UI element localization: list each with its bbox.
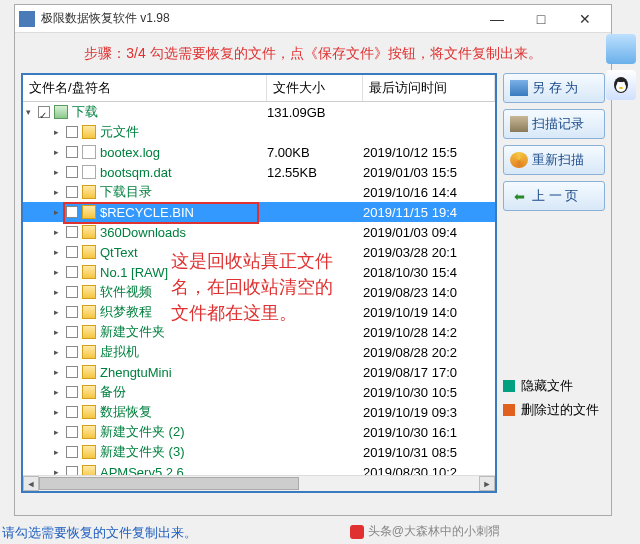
checkbox[interactable] <box>66 346 78 358</box>
expand-icon[interactable]: ▸ <box>51 167 62 178</box>
row-name: 数据恢复 <box>100 403 152 421</box>
row-date: 2019/11/15 19:4 <box>363 205 495 220</box>
expand-icon[interactable]: ▸ <box>51 447 62 458</box>
row-date: 2019/10/31 08:5 <box>363 445 495 460</box>
svg-point-4 <box>619 87 623 89</box>
scroll-right-arrow[interactable]: ► <box>479 476 495 491</box>
checkbox[interactable] <box>66 446 78 458</box>
horizontal-scrollbar[interactable]: ◄ ► <box>23 475 495 491</box>
expand-icon[interactable]: ▸ <box>51 247 62 258</box>
tree-root-row[interactable]: ▾ 下载 131.09GB <box>23 102 495 122</box>
collapse-icon[interactable]: ▾ <box>23 107 34 118</box>
row-name: 新建文件夹 <box>100 323 165 341</box>
tree-row[interactable]: ▸bootex.log7.00KB2019/10/12 15:5 <box>23 142 495 162</box>
row-name: 新建文件夹 (2) <box>100 423 185 441</box>
expand-icon[interactable]: ▸ <box>51 307 62 318</box>
checkbox[interactable] <box>66 246 78 258</box>
float-qq-icon[interactable] <box>606 70 636 100</box>
folder-icon <box>82 305 96 319</box>
checkbox[interactable] <box>66 206 78 218</box>
tree-row[interactable]: ▸bootsqm.dat12.55KB2019/01/03 15:5 <box>23 162 495 182</box>
checkbox[interactable] <box>66 426 78 438</box>
checkbox[interactable] <box>66 406 78 418</box>
checkbox[interactable] <box>66 466 78 475</box>
checkbox[interactable] <box>66 386 78 398</box>
refresh-icon <box>510 152 528 168</box>
expand-icon[interactable]: ▸ <box>51 327 62 338</box>
row-date: 2019/08/23 14:0 <box>363 285 495 300</box>
tree-row[interactable]: ▸虚拟机2019/08/28 20:2 <box>23 342 495 362</box>
checkbox[interactable] <box>66 186 78 198</box>
tree-row[interactable]: ▸新建文件夹2019/10/28 14:2 <box>23 322 495 342</box>
scroll-thumb[interactable] <box>39 477 299 490</box>
expand-icon[interactable]: ▸ <box>51 187 62 198</box>
tree-row[interactable]: ▸APMServ5.2.62019/08/30 10:2 <box>23 462 495 475</box>
tree-body[interactable]: ▾ 下载 131.09GB ▸元文件▸bootex.log7.00KB2019/… <box>23 102 495 475</box>
col-name[interactable]: 文件名/盘符名 <box>23 75 267 101</box>
expand-icon[interactable]: ▸ <box>51 147 62 158</box>
folder-icon <box>82 225 96 239</box>
save-as-button[interactable]: 另 存 为 <box>503 73 605 103</box>
tree-row[interactable]: ▸新建文件夹 (2)2019/10/30 16:1 <box>23 422 495 442</box>
checkbox[interactable] <box>66 326 78 338</box>
checkbox[interactable] <box>38 106 50 118</box>
legend-hidden: 隐藏文件 <box>503 377 605 395</box>
folder-icon <box>82 325 96 339</box>
checkbox[interactable] <box>66 126 78 138</box>
prev-page-button[interactable]: ⬅ 上 一 页 <box>503 181 605 211</box>
row-date: 2019/08/28 20:2 <box>363 345 495 360</box>
expand-icon[interactable]: ▸ <box>51 287 62 298</box>
minimize-button[interactable]: — <box>475 6 519 32</box>
row-name: bootex.log <box>100 145 160 160</box>
tree-row[interactable]: ▸$RECYCLE.BIN2019/11/15 19:4 <box>23 202 495 222</box>
svg-point-2 <box>617 82 620 85</box>
folder-icon <box>82 405 96 419</box>
window-title: 极限数据恢复软件 v1.98 <box>41 10 475 27</box>
expand-icon[interactable]: ▸ <box>51 387 62 398</box>
row-date: 2019/08/17 17:0 <box>363 365 495 380</box>
expand-icon[interactable]: ▸ <box>51 207 62 218</box>
row-name: QtText <box>100 245 138 260</box>
close-button[interactable]: ✕ <box>563 6 607 32</box>
expand-icon[interactable]: ▸ <box>51 267 62 278</box>
content-area: 步骤：3/4 勾选需要恢复的文件，点《保存文件》按钮，将文件复制出来。 文件名/… <box>15 33 611 499</box>
checkbox[interactable] <box>66 166 78 178</box>
tree-row[interactable]: ▸数据恢复2019/10/19 09:3 <box>23 402 495 422</box>
folder-icon <box>82 185 96 199</box>
tree-row[interactable]: ▸No.1 [RAW]2018/10/30 15:4 <box>23 262 495 282</box>
scan-log-button[interactable]: 扫描记录 <box>503 109 605 139</box>
tree-row[interactable]: ▸新建文件夹 (3)2019/10/31 08:5 <box>23 442 495 462</box>
expand-icon[interactable]: ▸ <box>51 427 62 438</box>
checkbox[interactable] <box>66 306 78 318</box>
tree-row[interactable]: ▸元文件 <box>23 122 495 142</box>
rescan-button[interactable]: 重新扫描 <box>503 145 605 175</box>
row-name: APMServ5.2.6 <box>100 465 184 476</box>
checkbox[interactable] <box>66 146 78 158</box>
tree-row[interactable]: ▸ZhengtuMini2019/08/17 17:0 <box>23 362 495 382</box>
maximize-button[interactable]: □ <box>519 6 563 32</box>
expand-icon[interactable]: ▸ <box>51 227 62 238</box>
tree-row[interactable]: ▸软件视频2019/08/23 14:0 <box>23 282 495 302</box>
checkbox[interactable] <box>66 366 78 378</box>
checkbox[interactable] <box>66 266 78 278</box>
side-panel: 另 存 为 扫描记录 重新扫描 ⬅ 上 一 页 隐藏文件 <box>503 73 605 493</box>
row-size: 7.00KB <box>267 145 363 160</box>
checkbox[interactable] <box>66 286 78 298</box>
col-date[interactable]: 最后访问时间 <box>363 75 495 101</box>
legend-deleted-swatch <box>503 404 515 416</box>
scroll-left-arrow[interactable]: ◄ <box>23 476 39 491</box>
expand-icon[interactable]: ▸ <box>51 347 62 358</box>
col-size[interactable]: 文件大小 <box>267 75 363 101</box>
checkbox[interactable] <box>66 226 78 238</box>
expand-icon[interactable]: ▸ <box>51 127 62 138</box>
expand-icon[interactable]: ▸ <box>51 367 62 378</box>
expand-icon[interactable]: ▸ <box>51 467 62 476</box>
tree-row[interactable]: ▸备份2019/10/30 10:5 <box>23 382 495 402</box>
tree-row[interactable]: ▸360Downloads2019/01/03 09:4 <box>23 222 495 242</box>
tree-row[interactable]: ▸下载目录2019/10/16 14:4 <box>23 182 495 202</box>
instruction-text: 步骤：3/4 勾选需要恢复的文件，点《保存文件》按钮，将文件复制出来。 <box>21 39 605 73</box>
float-icon-1[interactable] <box>606 34 636 64</box>
tree-row[interactable]: ▸织梦教程2019/10/19 14:0 <box>23 302 495 322</box>
tree-row[interactable]: ▸QtText2019/03/28 20:1 <box>23 242 495 262</box>
expand-icon[interactable]: ▸ <box>51 407 62 418</box>
